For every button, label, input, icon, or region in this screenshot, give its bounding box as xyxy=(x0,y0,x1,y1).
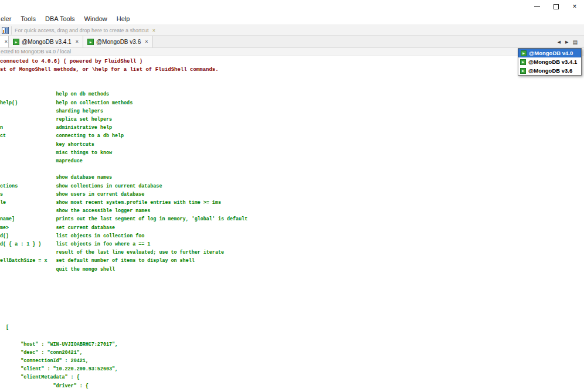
scroll-tabs-right-icon[interactable]: ▶ xyxy=(563,40,571,45)
shortcut-hint-text: For quick access, drag and drop here to … xyxy=(15,28,149,33)
mongodb-icon: ▸ xyxy=(87,39,94,45)
mongodb-icon: ▸ xyxy=(521,50,527,56)
restore-icon xyxy=(554,4,559,9)
minimize-icon xyxy=(534,6,540,7)
tab-label: @MongoDB v3.6 xyxy=(96,39,141,45)
menu-item-help[interactable]: Help xyxy=(112,13,135,25)
mongodb-icon: ▸ xyxy=(520,59,526,65)
menu-item-modeler-partial[interactable]: eler xyxy=(0,13,16,25)
dropdown-item-mongodb-v341[interactable]: ▸ @MongoDB v3.4.1 xyxy=(518,57,581,66)
shell-output: help on db methods help() help on collec… xyxy=(0,74,584,391)
menu-item-window[interactable]: Window xyxy=(80,13,112,25)
tab-close-icon[interactable]: × xyxy=(145,39,148,45)
mongodb-icon: ▸ xyxy=(520,68,526,74)
menu-item-dba-tools[interactable]: DBA Tools xyxy=(40,13,80,25)
close-button[interactable]: × xyxy=(565,1,584,12)
menu-item-tools[interactable]: Tools xyxy=(16,13,40,25)
minimize-button[interactable] xyxy=(528,1,546,12)
dropdown-item-label: @MongoDB v3.4.1 xyxy=(528,59,577,65)
close-icon: × xyxy=(572,3,576,10)
restore-button[interactable] xyxy=(546,1,565,12)
active-tab-partial[interactable]: × xyxy=(0,36,9,47)
menubar: eler Tools DBA Tools Window Help xyxy=(0,13,584,25)
shell-banner: connected to 4.0.6) ( powered by FluidSh… xyxy=(0,56,584,74)
toolbar-separator xyxy=(11,26,12,35)
dropdown-item-label: @MongoDB v3.6 xyxy=(528,67,572,74)
tab-selector-dropdown: ▸ @MongoDB v4.0 ▸ @MongoDB v3.4.1 ▸ @Mon… xyxy=(518,48,582,76)
tab-mongodb-v341[interactable]: ▸ @MongoDB v3.4.1 × xyxy=(9,36,83,47)
titlebar: × xyxy=(0,0,584,13)
scroll-tabs-left-icon[interactable]: ◀ xyxy=(555,40,563,45)
tab-mongodb-v36[interactable]: ▸ @MongoDB v3.6 × xyxy=(83,36,153,47)
tab-list-icon[interactable]: ▤ xyxy=(571,39,579,45)
shell-content[interactable]: ected to MongoDB v4.0 / local connected … xyxy=(0,48,584,391)
toolbar-close-icon[interactable]: × xyxy=(152,28,155,33)
tab-label: @MongoDB v3.4.1 xyxy=(22,39,72,45)
dropdown-item-mongodb-v36[interactable]: ▸ @MongoDB v3.6 xyxy=(518,66,581,75)
tab-close-icon[interactable]: × xyxy=(76,39,79,45)
mongodb-icon: ▸ xyxy=(13,39,19,45)
connection-status-line: ected to MongoDB v4.0 / local xyxy=(0,48,584,56)
app-window: × eler Tools DBA Tools Window Help For q… xyxy=(0,0,584,392)
dropdown-item-mongodb-v40[interactable]: ▸ @MongoDB v4.0 xyxy=(518,49,581,57)
active-tab-close-icon[interactable]: × xyxy=(5,39,8,45)
shortcut-toolbar: For quick access, drag and drop here to … xyxy=(0,25,584,36)
tab-nav-cluster: ◀ ▶ ▤ xyxy=(555,36,584,48)
tabbar: × ▸ @MongoDB v3.4.1 × ▸ @MongoDB v3.6 × … xyxy=(0,36,584,48)
app-chart-icon xyxy=(2,27,9,34)
dropdown-item-label: @MongoDB v4.0 xyxy=(529,50,573,56)
